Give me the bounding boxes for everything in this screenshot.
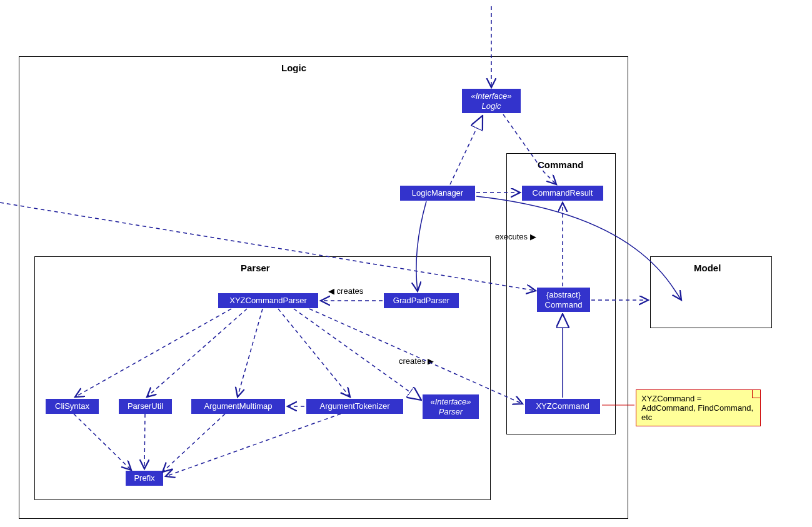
class-xyz-command: XYZCommand xyxy=(525,399,600,414)
class-name: Prefix xyxy=(134,473,154,483)
class-name: CommandResult xyxy=(533,188,593,198)
class-name: LogicManager xyxy=(412,188,463,198)
class-logic-manager: LogicManager xyxy=(400,186,475,201)
edge-label-creates-left: ◀ creates xyxy=(328,286,363,296)
class-parser-interface: «Interface» Parser xyxy=(423,394,479,419)
class-name: Parser xyxy=(428,407,474,417)
class-name: XYZCommand xyxy=(536,401,589,411)
package-title-command: Command xyxy=(538,159,583,170)
class-xyz-command-parser: XYZCommandParser xyxy=(218,293,318,308)
class-gradpad-parser: GradPadParser xyxy=(384,293,459,308)
class-argument-multimap: ArgumentMultimap xyxy=(191,399,285,414)
class-parser-util: ParserUtil xyxy=(119,399,172,414)
note-text: XYZCommand = AddCommand, FindCommand, et… xyxy=(641,394,753,422)
class-name: ArgumentTokenizer xyxy=(320,401,390,411)
class-logic-interface: «Interface» Logic xyxy=(462,89,521,113)
uml-diagram: Logic Parser Command Model «Interface» L… xyxy=(0,0,812,527)
note-xyz-command: XYZCommand = AddCommand, FindCommand, et… xyxy=(636,389,761,426)
class-name: ParserUtil xyxy=(128,401,163,411)
class-name: Logic xyxy=(467,101,516,111)
class-prefix: Prefix xyxy=(126,471,163,486)
edge-label-executes: executes ▶ xyxy=(495,232,536,241)
class-name: ArgumentMultimap xyxy=(204,401,272,411)
class-command-result: CommandResult xyxy=(522,186,603,201)
package-title-logic: Logic xyxy=(281,63,306,73)
class-name: CliSyntax xyxy=(55,401,89,411)
class-name: XYZCommandParser xyxy=(229,296,307,305)
package-title-parser: Parser xyxy=(241,263,270,273)
class-name: GradPadParser xyxy=(393,296,449,305)
stereotype: {abstract} xyxy=(542,290,585,300)
class-argument-tokenizer: ArgumentTokenizer xyxy=(306,399,403,414)
stereotype: «Interface» xyxy=(467,91,516,101)
class-cli-syntax: CliSyntax xyxy=(46,399,99,414)
edge-label-creates-right: creates ▶ xyxy=(399,356,434,366)
class-name: Command xyxy=(542,300,585,310)
class-command-abstract: {abstract} Command xyxy=(537,288,590,312)
package-title-model: Model xyxy=(694,263,721,273)
stereotype: «Interface» xyxy=(428,397,474,407)
